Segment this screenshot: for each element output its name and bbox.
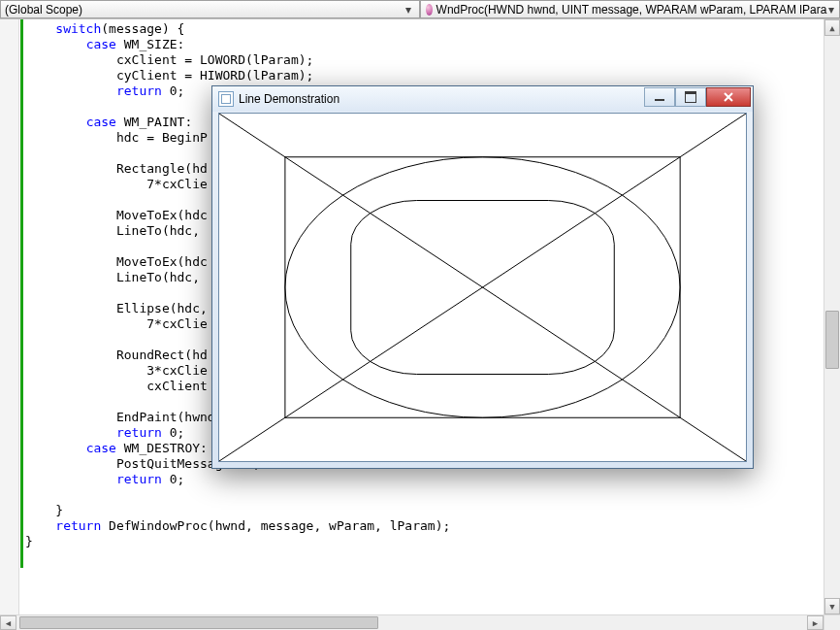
window-client-area [218,113,747,462]
scroll-left-button[interactable]: ◀ [0,615,16,630]
size-grip [824,614,840,630]
chevron-down-icon: ▾ [402,3,415,17]
app-icon [218,91,234,107]
vertical-scroll-thumb[interactable] [825,311,839,369]
change-marker [20,19,23,568]
close-icon [723,91,734,103]
function-dropdown[interactable]: WndProc(HWND hwnd, UINT message, WPARAM … [420,0,840,18]
close-button[interactable] [706,87,751,107]
vertical-scrollbar[interactable]: ▲ ▼ [824,19,840,614]
navigation-bar: (Global Scope) ▾ WndProc(HWND hwnd, UINT… [0,0,840,19]
horizontal-scrollbar[interactable]: ◀ ▶ [0,614,824,630]
scope-label: (Global Scope) [5,3,82,17]
scope-dropdown[interactable]: (Global Scope) ▾ [0,0,420,18]
line-demo-drawing [219,114,746,461]
function-label: WndProc(HWND hwnd, UINT message, WPARAM … [436,3,827,17]
minimize-button[interactable] [644,87,675,107]
scroll-right-button[interactable]: ▶ [807,615,824,630]
method-icon [425,3,434,17]
scroll-down-button[interactable]: ▼ [824,598,840,614]
editor-gutter [0,19,19,614]
window-title: Line Demonstration [239,92,339,106]
maximize-button[interactable] [675,87,706,107]
chevron-down-icon: ▾ [826,3,835,17]
demo-window[interactable]: Line Demonstration [211,85,754,469]
horizontal-scroll-thumb[interactable] [19,616,378,629]
window-titlebar[interactable]: Line Demonstration [212,86,753,112]
scroll-up-button[interactable]: ▲ [824,19,840,36]
